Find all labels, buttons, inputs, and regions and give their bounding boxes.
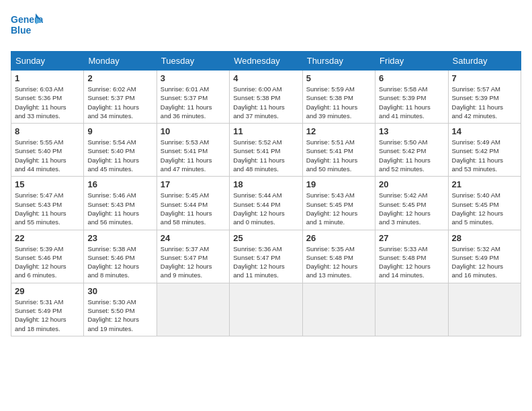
day-cell-13: 13Sunrise: 5:50 AMSunset: 5:42 PMDayligh… — [375, 124, 448, 177]
day-info: Sunrise: 5:32 AMSunset: 5:49 PMDaylight:… — [452, 244, 517, 280]
day-info: Sunrise: 5:57 AMSunset: 5:39 PMDaylight:… — [452, 85, 517, 120]
day-cell-27: 27Sunrise: 5:33 AMSunset: 5:48 PMDayligh… — [375, 230, 448, 283]
day-number: 14 — [452, 126, 517, 136]
day-number: 21 — [452, 179, 517, 189]
day-cell-23: 23Sunrise: 5:38 AMSunset: 5:46 PMDayligh… — [84, 230, 157, 283]
day-cell-10: 10Sunrise: 5:53 AMSunset: 5:41 PMDayligh… — [157, 124, 229, 177]
day-cell-18: 18Sunrise: 5:44 AMSunset: 5:44 PMDayligh… — [230, 177, 302, 230]
day-number: 15 — [15, 179, 80, 189]
day-info: Sunrise: 5:52 AMSunset: 5:41 PMDaylight:… — [233, 138, 298, 173]
empty-cell — [375, 283, 448, 336]
day-number: 7 — [452, 73, 517, 83]
day-number: 27 — [379, 233, 444, 243]
day-info: Sunrise: 5:33 AMSunset: 5:48 PMDaylight:… — [379, 244, 444, 280]
day-info: Sunrise: 5:49 AMSunset: 5:42 PMDaylight:… — [452, 138, 517, 173]
day-number: 20 — [379, 179, 444, 189]
day-number: 13 — [379, 126, 444, 136]
day-info: Sunrise: 5:59 AMSunset: 5:38 PMDaylight:… — [306, 85, 371, 120]
day-info: Sunrise: 5:44 AMSunset: 5:44 PMDaylight:… — [233, 191, 298, 226]
day-number: 19 — [306, 179, 371, 189]
calendar-header-row: SundayMondayTuesdayWednesdayThursdayFrid… — [11, 52, 521, 71]
day-number: 25 — [233, 233, 298, 243]
logo: General Blue — [11, 11, 43, 43]
day-number: 24 — [161, 233, 226, 243]
day-cell-15: 15Sunrise: 5:47 AMSunset: 5:43 PMDayligh… — [11, 177, 84, 230]
day-cell-16: 16Sunrise: 5:46 AMSunset: 5:43 PMDayligh… — [84, 177, 157, 230]
day-number: 8 — [15, 126, 80, 136]
day-header-thursday: Thursday — [302, 52, 375, 71]
day-cell-28: 28Sunrise: 5:32 AMSunset: 5:49 PMDayligh… — [448, 230, 521, 283]
day-number: 29 — [15, 286, 80, 296]
day-number: 18 — [233, 179, 298, 189]
day-info: Sunrise: 5:46 AMSunset: 5:43 PMDaylight:… — [87, 191, 152, 226]
day-info: Sunrise: 5:53 AMSunset: 5:41 PMDaylight:… — [161, 138, 226, 173]
day-header-friday: Friday — [375, 52, 448, 71]
day-info: Sunrise: 5:38 AMSunset: 5:46 PMDaylight:… — [87, 244, 152, 280]
day-number: 17 — [161, 179, 226, 189]
day-cell-3: 3Sunrise: 6:01 AMSunset: 5:37 PMDaylight… — [157, 71, 229, 124]
day-info: Sunrise: 6:02 AMSunset: 5:37 PMDaylight:… — [87, 85, 152, 120]
day-number: 1 — [15, 73, 80, 83]
page-header: General Blue — [11, 11, 521, 43]
day-header-tuesday: Tuesday — [157, 52, 229, 71]
day-info: Sunrise: 5:55 AMSunset: 5:40 PMDaylight:… — [15, 138, 80, 173]
day-info: Sunrise: 5:31 AMSunset: 5:49 PMDaylight:… — [15, 298, 80, 333]
day-info: Sunrise: 5:58 AMSunset: 5:39 PMDaylight:… — [379, 85, 444, 120]
day-number: 5 — [306, 73, 371, 83]
day-cell-20: 20Sunrise: 5:42 AMSunset: 5:45 PMDayligh… — [375, 177, 448, 230]
day-cell-7: 7Sunrise: 5:57 AMSunset: 5:39 PMDaylight… — [448, 71, 521, 124]
calendar-week-1: 1Sunrise: 6:03 AMSunset: 5:36 PMDaylight… — [11, 71, 521, 124]
day-cell-6: 6Sunrise: 5:58 AMSunset: 5:39 PMDaylight… — [375, 71, 448, 124]
day-number: 16 — [87, 179, 152, 189]
day-cell-12: 12Sunrise: 5:51 AMSunset: 5:41 PMDayligh… — [302, 124, 375, 177]
day-cell-4: 4Sunrise: 6:00 AMSunset: 5:38 PMDaylight… — [230, 71, 302, 124]
day-number: 10 — [161, 126, 226, 136]
day-info: Sunrise: 5:30 AMSunset: 5:50 PMDaylight:… — [87, 298, 152, 333]
day-number: 2 — [87, 73, 152, 83]
day-cell-14: 14Sunrise: 5:49 AMSunset: 5:42 PMDayligh… — [448, 124, 521, 177]
empty-cell — [230, 283, 302, 336]
day-info: Sunrise: 5:36 AMSunset: 5:47 PMDaylight:… — [233, 244, 298, 280]
day-number: 3 — [161, 73, 226, 83]
day-number: 30 — [87, 286, 152, 296]
day-info: Sunrise: 5:42 AMSunset: 5:45 PMDaylight:… — [379, 191, 444, 226]
day-info: Sunrise: 5:40 AMSunset: 5:45 PMDaylight:… — [452, 191, 517, 226]
day-header-monday: Monday — [84, 52, 157, 71]
day-cell-24: 24Sunrise: 5:37 AMSunset: 5:47 PMDayligh… — [157, 230, 229, 283]
day-info: Sunrise: 5:51 AMSunset: 5:41 PMDaylight:… — [306, 138, 371, 173]
day-info: Sunrise: 5:54 AMSunset: 5:40 PMDaylight:… — [87, 138, 152, 173]
empty-cell — [302, 283, 375, 336]
day-header-saturday: Saturday — [448, 52, 521, 71]
day-header-wednesday: Wednesday — [230, 52, 302, 71]
day-number: 9 — [87, 126, 152, 136]
day-info: Sunrise: 5:35 AMSunset: 5:48 PMDaylight:… — [306, 244, 371, 280]
day-cell-19: 19Sunrise: 5:43 AMSunset: 5:45 PMDayligh… — [302, 177, 375, 230]
day-cell-5: 5Sunrise: 5:59 AMSunset: 5:38 PMDaylight… — [302, 71, 375, 124]
day-cell-17: 17Sunrise: 5:45 AMSunset: 5:44 PMDayligh… — [157, 177, 229, 230]
day-number: 11 — [233, 126, 298, 136]
day-info: Sunrise: 5:47 AMSunset: 5:43 PMDaylight:… — [15, 191, 80, 226]
day-number: 28 — [452, 233, 517, 243]
day-info: Sunrise: 5:43 AMSunset: 5:45 PMDaylight:… — [306, 191, 371, 226]
calendar-table: SundayMondayTuesdayWednesdayThursdayFrid… — [11, 51, 521, 336]
svg-text:Blue: Blue — [11, 25, 32, 36]
empty-cell — [157, 283, 229, 336]
day-info: Sunrise: 5:37 AMSunset: 5:47 PMDaylight:… — [161, 244, 226, 280]
day-cell-22: 22Sunrise: 5:39 AMSunset: 5:46 PMDayligh… — [11, 230, 84, 283]
day-number: 22 — [15, 233, 80, 243]
day-cell-25: 25Sunrise: 5:36 AMSunset: 5:47 PMDayligh… — [230, 230, 302, 283]
day-cell-11: 11Sunrise: 5:52 AMSunset: 5:41 PMDayligh… — [230, 124, 302, 177]
day-info: Sunrise: 5:50 AMSunset: 5:42 PMDaylight:… — [379, 138, 444, 173]
logo-bird-icon: General Blue — [11, 11, 43, 43]
day-cell-2: 2Sunrise: 6:02 AMSunset: 5:37 PMDaylight… — [84, 71, 157, 124]
calendar-week-4: 22Sunrise: 5:39 AMSunset: 5:46 PMDayligh… — [11, 230, 521, 283]
day-number: 4 — [233, 73, 298, 83]
day-info: Sunrise: 6:01 AMSunset: 5:37 PMDaylight:… — [161, 85, 226, 120]
day-info: Sunrise: 5:45 AMSunset: 5:44 PMDaylight:… — [161, 191, 226, 226]
day-cell-8: 8Sunrise: 5:55 AMSunset: 5:40 PMDaylight… — [11, 124, 84, 177]
day-cell-9: 9Sunrise: 5:54 AMSunset: 5:40 PMDaylight… — [84, 124, 157, 177]
day-info: Sunrise: 5:39 AMSunset: 5:46 PMDaylight:… — [15, 244, 80, 280]
day-number: 26 — [306, 233, 371, 243]
day-header-sunday: Sunday — [11, 52, 84, 71]
day-cell-30: 30Sunrise: 5:30 AMSunset: 5:50 PMDayligh… — [84, 283, 157, 336]
